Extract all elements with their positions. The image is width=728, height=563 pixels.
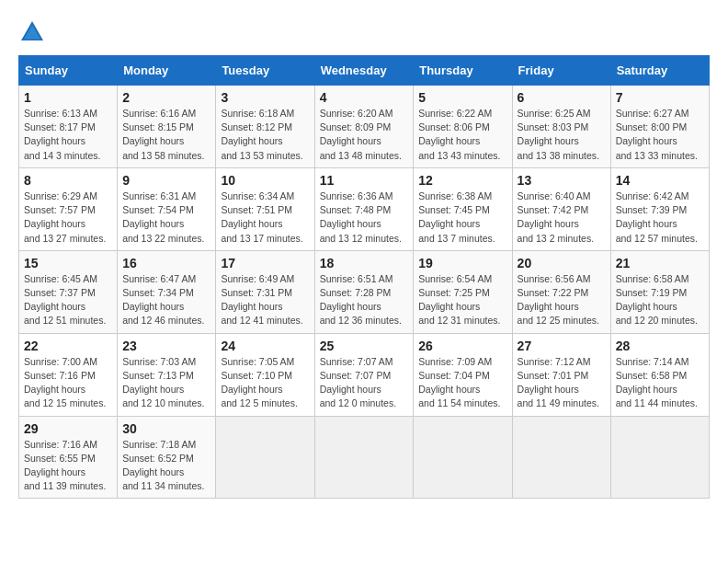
day-number: 5	[418, 90, 506, 105]
day-info: Sunrise: 7:03 AM Sunset: 7:13 PM Dayligh…	[122, 355, 210, 411]
day-info: Sunrise: 7:16 AM Sunset: 6:55 PM Dayligh…	[24, 438, 112, 494]
calendar-cell: 27 Sunrise: 7:12 AM Sunset: 7:01 PM Dayl…	[512, 333, 610, 416]
day-info: Sunrise: 6:22 AM Sunset: 8:06 PM Dayligh…	[418, 107, 506, 163]
day-number: 13	[518, 173, 606, 188]
day-number: 8	[24, 173, 112, 188]
calendar-cell: 6 Sunrise: 6:25 AM Sunset: 8:03 PM Dayli…	[512, 86, 610, 168]
day-number: 20	[518, 256, 606, 270]
day-info: Sunrise: 6:56 AM Sunset: 7:22 PM Dayligh…	[518, 272, 606, 328]
day-info: Sunrise: 6:18 AM Sunset: 8:12 PM Dayligh…	[221, 107, 309, 163]
calendar-cell: 14 Sunrise: 6:42 AM Sunset: 7:39 PM Dayl…	[610, 167, 709, 250]
day-number: 30	[122, 421, 210, 436]
day-info: Sunrise: 7:07 AM Sunset: 7:07 PM Dayligh…	[320, 355, 409, 411]
calendar-table: SundayMondayTuesdayWednesdayThursdayFrid…	[18, 55, 710, 499]
calendar-cell: 17 Sunrise: 6:49 AM Sunset: 7:31 PM Dayl…	[216, 250, 314, 333]
col-header-friday: Friday	[512, 56, 610, 86]
calendar-cell: 22 Sunrise: 7:00 AM Sunset: 7:16 PM Dayl…	[19, 333, 118, 416]
day-info: Sunrise: 6:34 AM Sunset: 7:51 PM Dayligh…	[221, 190, 309, 246]
calendar-cell: 5 Sunrise: 6:22 AM Sunset: 8:06 PM Dayli…	[414, 86, 512, 168]
calendar-cell: 29 Sunrise: 7:16 AM Sunset: 6:55 PM Dayl…	[19, 416, 118, 499]
day-info: Sunrise: 6:36 AM Sunset: 7:48 PM Dayligh…	[320, 190, 409, 246]
calendar-cell: 10 Sunrise: 6:34 AM Sunset: 7:51 PM Dayl…	[216, 167, 314, 250]
day-info: Sunrise: 7:09 AM Sunset: 7:04 PM Dayligh…	[418, 355, 506, 411]
calendar-cell: 16 Sunrise: 6:47 AM Sunset: 7:34 PM Dayl…	[118, 250, 216, 333]
calendar-cell: 24 Sunrise: 7:05 AM Sunset: 7:10 PM Dayl…	[216, 333, 314, 416]
col-header-monday: Monday	[118, 56, 216, 86]
calendar-cell: 30 Sunrise: 7:18 AM Sunset: 6:52 PM Dayl…	[118, 416, 216, 499]
day-number: 21	[616, 256, 704, 270]
col-header-saturday: Saturday	[610, 56, 709, 86]
calendar-cell: 1 Sunrise: 6:13 AM Sunset: 8:17 PM Dayli…	[19, 86, 118, 168]
day-number: 16	[122, 256, 210, 270]
calendar-cell: 19 Sunrise: 6:54 AM Sunset: 7:25 PM Dayl…	[414, 250, 512, 333]
logo-icon	[18, 18, 46, 46]
day-number: 26	[418, 339, 506, 353]
day-number: 4	[320, 90, 409, 105]
day-info: Sunrise: 7:00 AM Sunset: 7:16 PM Dayligh…	[24, 355, 112, 411]
calendar-cell	[216, 416, 314, 499]
col-header-wednesday: Wednesday	[314, 56, 414, 86]
calendar-cell: 12 Sunrise: 6:38 AM Sunset: 7:45 PM Dayl…	[414, 167, 512, 250]
day-number: 14	[616, 173, 704, 188]
day-info: Sunrise: 6:29 AM Sunset: 7:57 PM Dayligh…	[24, 190, 112, 246]
calendar-week-4: 22 Sunrise: 7:00 AM Sunset: 7:16 PM Dayl…	[19, 333, 710, 416]
day-info: Sunrise: 7:18 AM Sunset: 6:52 PM Dayligh…	[122, 438, 210, 494]
calendar-cell: 2 Sunrise: 6:16 AM Sunset: 8:15 PM Dayli…	[118, 86, 216, 168]
day-number: 17	[221, 256, 309, 270]
calendar-cell: 21 Sunrise: 6:58 AM Sunset: 7:19 PM Dayl…	[610, 250, 709, 333]
day-number: 3	[221, 90, 309, 105]
calendar-week-1: 1 Sunrise: 6:13 AM Sunset: 8:17 PM Dayli…	[19, 86, 710, 168]
calendar-cell: 11 Sunrise: 6:36 AM Sunset: 7:48 PM Dayl…	[314, 167, 414, 250]
day-info: Sunrise: 6:40 AM Sunset: 7:42 PM Dayligh…	[518, 190, 606, 246]
calendar-cell: 3 Sunrise: 6:18 AM Sunset: 8:12 PM Dayli…	[216, 86, 314, 168]
calendar-cell: 4 Sunrise: 6:20 AM Sunset: 8:09 PM Dayli…	[314, 86, 414, 168]
calendar-cell: 9 Sunrise: 6:31 AM Sunset: 7:54 PM Dayli…	[118, 167, 216, 250]
day-number: 12	[418, 173, 506, 188]
day-info: Sunrise: 7:14 AM Sunset: 6:58 PM Dayligh…	[616, 355, 704, 411]
day-number: 18	[320, 256, 409, 270]
calendar-week-5: 29 Sunrise: 7:16 AM Sunset: 6:55 PM Dayl…	[19, 416, 710, 499]
calendar-cell: 25 Sunrise: 7:07 AM Sunset: 7:07 PM Dayl…	[314, 333, 414, 416]
day-number: 29	[24, 421, 112, 436]
calendar-cell	[610, 416, 709, 499]
calendar-cell	[414, 416, 512, 499]
calendar-cell: 28 Sunrise: 7:14 AM Sunset: 6:58 PM Dayl…	[610, 333, 709, 416]
calendar-cell: 26 Sunrise: 7:09 AM Sunset: 7:04 PM Dayl…	[414, 333, 512, 416]
col-header-sunday: Sunday	[19, 56, 118, 86]
day-info: Sunrise: 7:05 AM Sunset: 7:10 PM Dayligh…	[221, 355, 309, 411]
day-info: Sunrise: 6:45 AM Sunset: 7:37 PM Dayligh…	[24, 272, 112, 328]
day-info: Sunrise: 6:51 AM Sunset: 7:28 PM Dayligh…	[320, 272, 409, 328]
day-info: Sunrise: 6:49 AM Sunset: 7:31 PM Dayligh…	[221, 272, 309, 328]
calendar-cell: 7 Sunrise: 6:27 AM Sunset: 8:00 PM Dayli…	[610, 86, 709, 168]
day-number: 15	[24, 256, 112, 270]
day-info: Sunrise: 6:47 AM Sunset: 7:34 PM Dayligh…	[122, 272, 210, 328]
day-info: Sunrise: 6:25 AM Sunset: 8:03 PM Dayligh…	[518, 107, 606, 163]
day-number: 7	[616, 90, 704, 105]
col-header-thursday: Thursday	[414, 56, 512, 86]
day-info: Sunrise: 6:13 AM Sunset: 8:17 PM Dayligh…	[24, 107, 112, 163]
day-number: 23	[122, 339, 210, 353]
day-number: 6	[518, 90, 606, 105]
calendar-cell	[314, 416, 414, 499]
col-header-tuesday: Tuesday	[216, 56, 314, 86]
calendar-week-2: 8 Sunrise: 6:29 AM Sunset: 7:57 PM Dayli…	[19, 167, 710, 250]
calendar-cell: 23 Sunrise: 7:03 AM Sunset: 7:13 PM Dayl…	[118, 333, 216, 416]
calendar-cell: 8 Sunrise: 6:29 AM Sunset: 7:57 PM Dayli…	[19, 167, 118, 250]
calendar-cell	[512, 416, 610, 499]
day-number: 25	[320, 339, 409, 353]
day-info: Sunrise: 6:20 AM Sunset: 8:09 PM Dayligh…	[320, 107, 409, 163]
calendar-cell: 13 Sunrise: 6:40 AM Sunset: 7:42 PM Dayl…	[512, 167, 610, 250]
calendar-cell: 15 Sunrise: 6:45 AM Sunset: 7:37 PM Dayl…	[19, 250, 118, 333]
logo	[18, 18, 50, 46]
day-number: 22	[24, 339, 112, 353]
day-info: Sunrise: 6:58 AM Sunset: 7:19 PM Dayligh…	[616, 272, 704, 328]
day-info: Sunrise: 6:54 AM Sunset: 7:25 PM Dayligh…	[418, 272, 506, 328]
day-number: 9	[122, 173, 210, 188]
day-info: Sunrise: 6:27 AM Sunset: 8:00 PM Dayligh…	[616, 107, 704, 163]
day-number: 19	[418, 256, 506, 270]
day-number: 24	[221, 339, 309, 353]
day-number: 1	[24, 90, 112, 105]
day-number: 2	[122, 90, 210, 105]
calendar-header-row: SundayMondayTuesdayWednesdayThursdayFrid…	[19, 56, 710, 86]
calendar-cell: 20 Sunrise: 6:56 AM Sunset: 7:22 PM Dayl…	[512, 250, 610, 333]
